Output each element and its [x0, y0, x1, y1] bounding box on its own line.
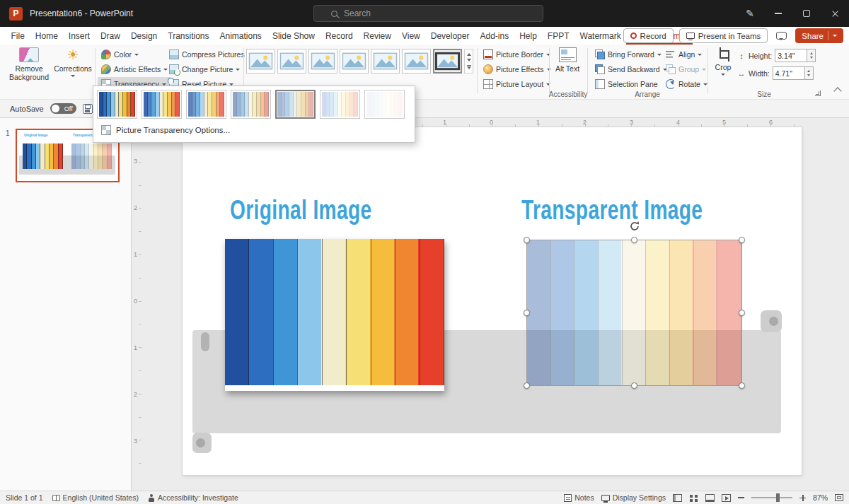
- ribbon-tab[interactable]: Help: [514, 27, 543, 45]
- ribbon-small-button[interactable]: Compress Pictures: [166, 47, 248, 61]
- rotate-handle[interactable]: [629, 221, 640, 232]
- ribbon-tab[interactable]: Animations: [214, 27, 267, 45]
- ribbon-tab[interactable]: Draw: [95, 27, 125, 45]
- height-spinner[interactable]: [807, 49, 816, 62]
- picture-style-thumbnail[interactable]: [308, 49, 337, 74]
- remove-background-button[interactable]: Remove Background: [7, 47, 51, 81]
- height-input[interactable]: [775, 49, 807, 62]
- ribbon-small-button[interactable]: Picture Layout: [480, 77, 555, 91]
- present-in-teams-button[interactable]: Present in Teams: [679, 28, 768, 43]
- slide-canvas[interactable]: Original Image Transparent Image: [183, 127, 802, 475]
- corrections-button[interactable]: ☀ Corrections: [52, 47, 93, 79]
- size-dialog-launcher[interactable]: [815, 90, 821, 96]
- minimize-button[interactable]: [764, 0, 792, 27]
- slide-sorter-view-button[interactable]: [689, 494, 698, 502]
- picture-style-thumbnail[interactable]: [433, 49, 462, 74]
- picture-style-thumbnail[interactable]: [402, 49, 431, 74]
- transparency-option[interactable]: [364, 90, 405, 119]
- transparent-image-title[interactable]: Transparent Image: [521, 195, 703, 225]
- transparency-option[interactable]: [97, 90, 137, 119]
- reading-view-button[interactable]: [705, 494, 715, 502]
- crop-button[interactable]: Crop: [710, 47, 736, 78]
- zoom-out-button[interactable]: [738, 497, 744, 498]
- ribbon-small-button[interactable]: Align: [662, 47, 711, 61]
- transparency-option[interactable]: [142, 90, 182, 119]
- resize-handle-middle-right[interactable]: [739, 310, 745, 316]
- picture-transparency-options-item[interactable]: Picture Transparency Options...: [97, 119, 411, 139]
- search-box[interactable]: Search: [313, 5, 543, 22]
- language-status[interactable]: English (United States): [52, 493, 139, 502]
- ink-pen-icon[interactable]: ✎: [736, 0, 764, 27]
- resize-handle-bottom-middle[interactable]: [631, 382, 637, 389]
- ribbon-tab[interactable]: Transitions: [163, 27, 214, 45]
- picture-style-thumbnail[interactable]: [371, 49, 400, 74]
- ribbon-small-button[interactable]: Rotate: [662, 77, 711, 91]
- transparency-option[interactable]: [231, 90, 271, 119]
- close-button[interactable]: [821, 0, 849, 27]
- share-button[interactable]: Share: [795, 28, 843, 43]
- alt-text-button[interactable]: Alt Text: [552, 47, 583, 73]
- gallery-scroll-down-button[interactable]: [465, 57, 473, 65]
- comments-icon[interactable]: [776, 32, 787, 40]
- ribbon-small-button[interactable]: Selection Pane: [591, 77, 671, 91]
- slideshow-view-button[interactable]: [722, 494, 731, 502]
- ribbon-tab[interactable]: File: [6, 27, 30, 45]
- width-input[interactable]: [773, 66, 805, 80]
- picture-style-thumbnail[interactable]: [340, 49, 369, 74]
- ribbon-small-button[interactable]: Artistic Effects: [98, 62, 171, 76]
- ribbon-tab[interactable]: Slide Show: [267, 27, 320, 45]
- record-button[interactable]: Record: [623, 28, 674, 43]
- ribbon-small-button[interactable]: Change Picture: [166, 62, 248, 76]
- normal-view-button[interactable]: [673, 494, 682, 502]
- ribbon-small-button[interactable]: Color: [98, 47, 171, 61]
- transparency-option[interactable]: [275, 90, 316, 119]
- zoom-level[interactable]: 87%: [813, 493, 828, 502]
- gallery-scroll-up-button[interactable]: [465, 49, 473, 57]
- ribbon-small-button[interactable]: Group: [662, 62, 711, 76]
- ribbon-tab[interactable]: Home: [30, 27, 63, 45]
- ribbon-tab[interactable]: Design: [125, 27, 162, 45]
- ribbon-tab[interactable]: Developer: [425, 27, 475, 45]
- ribbon-tab[interactable]: Add-ins: [475, 27, 514, 45]
- autosave-label: AutoSave: [10, 105, 44, 113]
- ribbon-small-button[interactable]: Picture Border: [480, 47, 555, 61]
- resize-handle-bottom-left[interactable]: [524, 382, 530, 389]
- ribbon-small-button[interactable]: Bring Forward: [591, 47, 671, 61]
- zoom-in-button[interactable]: [799, 495, 806, 501]
- resize-handle-top-left[interactable]: [524, 237, 530, 243]
- powerpoint-app-icon[interactable]: P: [9, 7, 23, 20]
- transparency-option[interactable]: [320, 90, 360, 119]
- gallery-more-button[interactable]: [465, 65, 473, 73]
- zoom-slider-thumb[interactable]: [776, 493, 780, 502]
- picture-style-thumbnail[interactable]: [246, 49, 275, 74]
- ribbon-tab[interactable]: Record: [320, 27, 358, 45]
- transparency-option[interactable]: [186, 90, 226, 119]
- resize-handle-top-middle[interactable]: [631, 237, 637, 243]
- slide-indicator[interactable]: Slide 1 of 1: [6, 493, 43, 502]
- width-spinner[interactable]: [805, 66, 814, 80]
- display-settings-button[interactable]: Display Settings: [601, 493, 666, 502]
- ribbon-tab[interactable]: Watermark: [574, 27, 626, 45]
- ribbon-tab[interactable]: Review: [358, 27, 396, 45]
- resize-handle-middle-left[interactable]: [524, 310, 530, 316]
- picture-style-thumbnail[interactable]: [277, 49, 306, 74]
- accessibility-status[interactable]: Accessibility: Investigate: [148, 493, 238, 502]
- resize-handle-top-right[interactable]: [739, 237, 745, 243]
- ribbon-small-button[interactable]: Send Backward: [591, 62, 671, 76]
- ribbon-tab[interactable]: FPPT: [542, 27, 574, 45]
- resize-handle-bottom-right[interactable]: [739, 382, 745, 389]
- fit-to-window-icon[interactable]: [835, 494, 843, 501]
- transparent-image[interactable]: [527, 240, 741, 385]
- ribbon-tab[interactable]: View: [396, 27, 425, 45]
- transparency-preview-image: [188, 92, 224, 117]
- ribbon-tab[interactable]: Insert: [63, 27, 95, 45]
- zoom-slider[interactable]: [751, 497, 792, 498]
- collapse-ribbon-icon[interactable]: [833, 87, 841, 95]
- original-image-title[interactable]: Original Image: [230, 195, 372, 225]
- original-image-frame[interactable]: [225, 239, 444, 391]
- save-icon[interactable]: [83, 104, 93, 114]
- maximize-button[interactable]: [792, 0, 821, 27]
- notes-button[interactable]: Notes: [564, 493, 594, 502]
- autosave-toggle[interactable]: Off: [50, 103, 76, 114]
- ribbon-small-button[interactable]: Picture Effects: [480, 62, 555, 76]
